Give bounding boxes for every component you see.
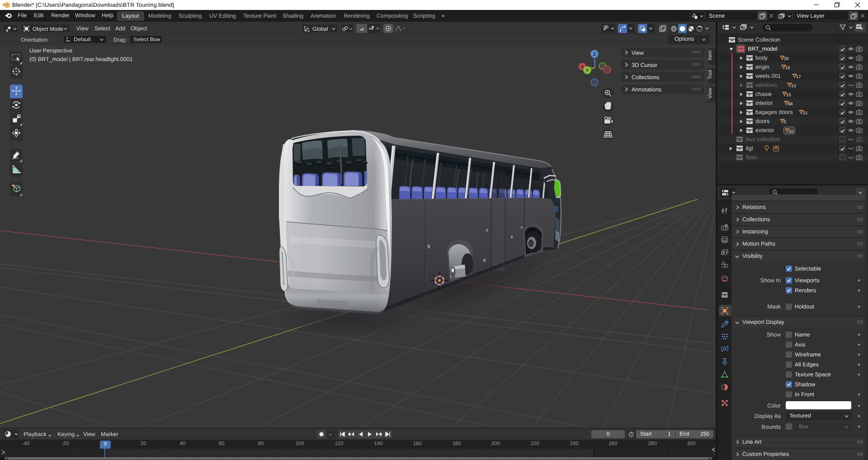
svg-text:Z: Z xyxy=(593,52,596,57)
svg-text:Item: Item xyxy=(708,50,713,60)
svg-text:Annotations: Annotations xyxy=(632,86,661,93)
svg-text:Collections: Collections xyxy=(632,74,659,81)
svg-text:View: View xyxy=(708,87,713,99)
svg-text:3D Cursor: 3D Cursor xyxy=(632,62,657,68)
svg-text:Y: Y xyxy=(586,68,589,73)
svg-text:Tool: Tool xyxy=(708,70,713,79)
svg-text:User Perspective: User Perspective xyxy=(29,47,72,54)
svg-text:(0) BRT_model | BRT.rear.headl: (0) BRT_model | BRT.rear.headlight.0001 xyxy=(29,56,133,62)
svg-text:View: View xyxy=(632,50,644,56)
